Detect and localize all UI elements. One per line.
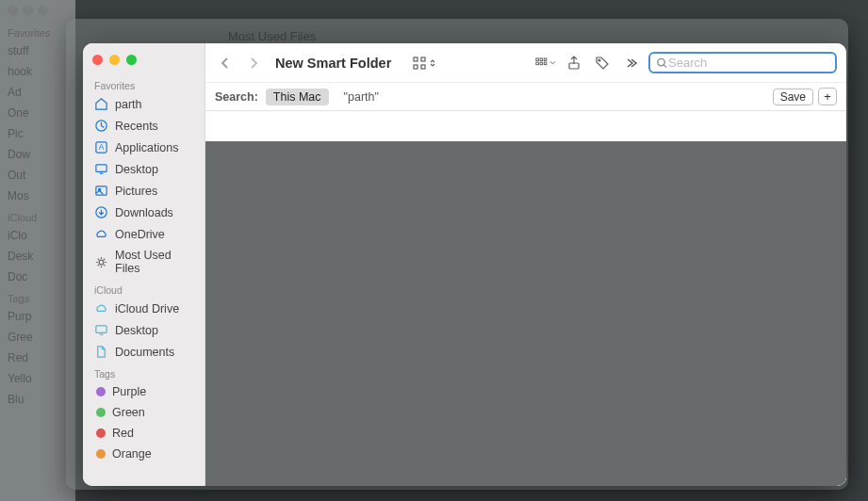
search-icon [656, 57, 668, 70]
scope-label: Search: [215, 90, 258, 104]
tag-button[interactable] [592, 53, 613, 73]
sidebar-item-label: Most Used Files [115, 249, 193, 275]
sidebar-item-home[interactable]: parth [83, 93, 205, 115]
sidebar-item-desktop-icloud[interactable]: Desktop [83, 319, 205, 341]
sidebar-item-onedrive[interactable]: OneDrive [83, 223, 205, 245]
svg-point-20 [598, 59, 600, 61]
cloud-icon [94, 227, 108, 241]
sidebar-item-label: Orange [112, 447, 152, 461]
window-title: New Smart Folder [275, 56, 391, 71]
sidebar-item-label: OneDrive [115, 228, 165, 241]
sidebar-item-label: Downloads [115, 206, 173, 219]
scope-this-mac[interactable]: This Mac [266, 89, 329, 105]
sidebar-item-desktop[interactable]: Desktop [83, 158, 205, 180]
doc-icon [94, 345, 108, 359]
sidebar-item-label: Pictures [115, 185, 157, 198]
sidebar-item-label: Desktop [115, 324, 158, 337]
sidebar-item-mostused[interactable]: Most Used Files [83, 245, 205, 279]
svg-rect-9 [414, 57, 418, 61]
tag-dot-icon [96, 449, 106, 459]
search-input[interactable] [668, 56, 829, 70]
desktop-icon [94, 323, 108, 337]
sidebar-item-recents[interactable]: Recents [83, 115, 205, 137]
pictures-icon [94, 184, 108, 198]
minimize-button[interactable] [109, 55, 120, 65]
scope-bar: Search: This Mac "parth" Save + [205, 83, 846, 111]
sidebar-item-label: Recents [115, 120, 158, 133]
content-area: New Smart Folder Search: This Mac "parth… [205, 43, 846, 486]
add-criteria-button[interactable]: + [818, 88, 837, 105]
clock-icon [94, 119, 108, 133]
sidebar-item-label: iCloud Drive [115, 302, 179, 315]
svg-rect-3 [96, 165, 106, 172]
back-button[interactable] [215, 53, 236, 73]
zoom-button[interactable] [126, 55, 137, 65]
sidebar-item-label: Green [112, 406, 145, 419]
svg-rect-10 [421, 57, 425, 61]
sidebar-item-label: Documents [115, 346, 174, 359]
svg-rect-13 [536, 57, 539, 60]
finder-window: Favorites parth Recents AApplications De… [83, 43, 846, 486]
home-icon [94, 97, 108, 111]
sidebar-item-downloads[interactable]: Downloads [83, 202, 205, 223]
tag-dot-icon [96, 387, 106, 396]
sidebar-item-label: Desktop [115, 163, 158, 176]
more-button[interactable] [620, 53, 641, 73]
section-header: Favorites [83, 74, 205, 93]
traffic-lights [83, 51, 205, 74]
tag-dot-icon [96, 408, 106, 417]
chevron-down-icon [549, 59, 556, 67]
sidebar-item-applications[interactable]: AApplications [83, 137, 205, 158]
sidebar-item-iclouddrive[interactable]: iCloud Drive [83, 298, 205, 319]
forward-button[interactable] [243, 53, 264, 73]
svg-rect-4 [96, 186, 106, 195]
sidebar-tag-green[interactable]: Green [83, 402, 205, 423]
svg-rect-18 [544, 62, 547, 65]
svg-rect-11 [414, 65, 418, 69]
sidebar-tag-purple[interactable]: Purple [83, 381, 205, 402]
group-button[interactable] [535, 53, 556, 73]
save-button[interactable]: Save [773, 89, 813, 105]
app-icon: A [94, 140, 108, 154]
svg-rect-17 [544, 57, 547, 60]
toolbar: New Smart Folder [205, 43, 846, 83]
dim-overlay [205, 141, 846, 486]
sidebar-item-label: Red [112, 427, 134, 440]
gear-icon [94, 255, 108, 269]
share-button[interactable] [564, 53, 584, 73]
sidebar-item-pictures[interactable]: Pictures [83, 180, 205, 202]
close-button[interactable] [92, 55, 103, 65]
sidebar-item-label: parth [115, 98, 142, 111]
svg-rect-16 [540, 62, 543, 65]
sidebar-tag-orange[interactable]: Orange [83, 444, 205, 464]
svg-point-21 [658, 58, 664, 65]
svg-text:A: A [99, 142, 105, 152]
sidebar-tag-red[interactable]: Red [83, 423, 205, 444]
sidebar-item-label: Applications [115, 141, 178, 154]
tag-dot-icon [96, 428, 106, 438]
downloads-icon [94, 205, 108, 219]
svg-rect-15 [540, 57, 543, 60]
view-icon-grid[interactable] [408, 54, 441, 73]
scope-parth[interactable]: "parth" [336, 89, 386, 105]
svg-point-7 [99, 260, 104, 265]
section-header: iCloud [83, 279, 205, 298]
sidebar-item-label: Purple [112, 385, 146, 398]
desktop-icon [94, 162, 108, 176]
sidebar: Favorites parth Recents AApplications De… [83, 43, 205, 486]
section-header: Tags [83, 363, 205, 381]
svg-rect-12 [421, 65, 425, 69]
background-sidebar: Favorites stuff hook Ad One Pic Dow Out … [0, 0, 75, 501]
search-field[interactable] [648, 52, 837, 73]
svg-rect-14 [536, 62, 539, 65]
results-area [205, 111, 846, 486]
cloud-icon [94, 301, 108, 315]
svg-rect-8 [96, 326, 106, 333]
chevron-updown-icon [428, 58, 437, 68]
sidebar-item-documents[interactable]: Documents [83, 341, 205, 363]
